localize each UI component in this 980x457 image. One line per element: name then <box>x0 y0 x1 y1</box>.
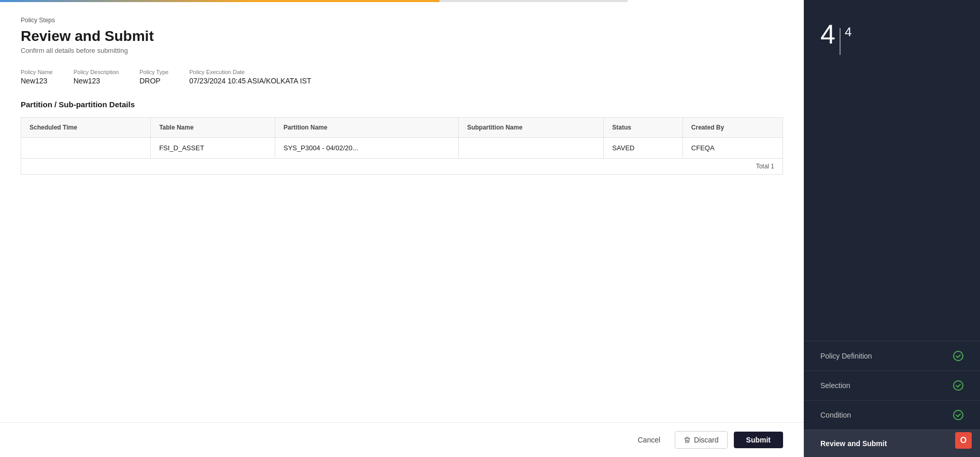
policy-name-label: Policy Name <box>21 69 53 75</box>
cell-scheduled-time <box>21 138 151 159</box>
table-header-row: Scheduled Time Table Name Partition Name… <box>21 118 783 138</box>
table-row: FSI_D_ASSET SYS_P3004 - 04/02/20... SAVE… <box>21 138 783 159</box>
cell-created-by: CFEQA <box>683 138 783 159</box>
policy-meta: Policy Name New123 Policy Description Ne… <box>21 69 783 85</box>
cell-table-name: FSI_D_ASSET <box>151 138 275 159</box>
col-status: Status <box>604 118 683 138</box>
discard-icon <box>684 436 691 444</box>
step-counter: 44 <box>804 12 980 76</box>
discard-button[interactable]: Discard <box>675 431 727 449</box>
policy-execution-date-value: 07/23/2024 10:45 ASIA/KOLKATA IST <box>189 77 311 85</box>
total-steps: 4 <box>845 25 851 39</box>
partition-table: Scheduled Time Table Name Partition Name… <box>21 117 783 159</box>
cancel-button[interactable]: Cancel <box>629 432 669 448</box>
meta-policy-type: Policy Type DROP <box>139 69 168 85</box>
page-subtitle: Confirm all details before submitting <box>21 47 783 54</box>
check-icon <box>953 351 963 361</box>
cell-subpartition-name <box>459 138 604 159</box>
sidebar-step-label: Policy Definition <box>820 352 872 360</box>
col-partition-name: Partition Name <box>275 118 459 138</box>
col-scheduled-time: Scheduled Time <box>21 118 151 138</box>
submit-button[interactable]: Submit <box>734 432 783 448</box>
discard-label: Discard <box>694 436 718 444</box>
col-created-by: Created By <box>683 118 783 138</box>
meta-policy-description: Policy Description New123 <box>74 69 119 85</box>
sidebar-step-label: Review and Submit <box>820 439 887 448</box>
check-icon <box>953 380 963 391</box>
policy-execution-date-label: Policy Execution Date <box>189 69 311 75</box>
table-footer: Total 1 <box>21 159 783 175</box>
col-table-name: Table Name <box>151 118 275 138</box>
cell-partition-name: SYS_P3004 - 04/02/20... <box>275 138 459 159</box>
main-content: Policy Steps Review and Submit Confirm a… <box>0 0 804 457</box>
meta-policy-execution-date: Policy Execution Date 07/23/2024 10:45 A… <box>189 69 311 85</box>
policy-description-value: New123 <box>74 77 100 85</box>
check-icon <box>953 410 963 420</box>
sidebar-step-label: Selection <box>820 381 850 390</box>
policy-steps-label: Policy Steps <box>21 17 783 24</box>
sidebar-step-condition[interactable]: Condition <box>804 400 980 430</box>
col-subpartition-name: Subpartition Name <box>459 118 604 138</box>
action-bar: Cancel Discard Submit <box>0 422 804 457</box>
policy-name-value: New123 <box>21 77 47 85</box>
cell-status: SAVED <box>604 138 683 159</box>
policy-description-label: Policy Description <box>74 69 119 75</box>
partition-section-title: Partition / Sub-partition Details <box>21 100 783 109</box>
policy-type-label: Policy Type <box>139 69 168 75</box>
sidebar-step-selection[interactable]: Selection <box>804 370 980 400</box>
current-step: 4 <box>820 19 835 49</box>
meta-policy-name: Policy Name New123 <box>21 69 53 85</box>
page-title: Review and Submit <box>21 28 783 45</box>
sidebar-step-label: Condition <box>820 411 851 419</box>
progress-bar <box>0 0 628 2</box>
sidebar: 44 Policy Definition Selection Condition… <box>804 0 980 457</box>
sidebar-steps: Policy Definition Selection Condition Re… <box>804 341 980 457</box>
policy-type-value: DROP <box>139 77 160 85</box>
oracle-badge: O <box>955 432 972 449</box>
step-divider <box>840 28 841 55</box>
sidebar-step-review-and-submit[interactable]: Review and Submit <box>804 430 980 457</box>
sidebar-step-policy-definition[interactable]: Policy Definition <box>804 341 980 370</box>
